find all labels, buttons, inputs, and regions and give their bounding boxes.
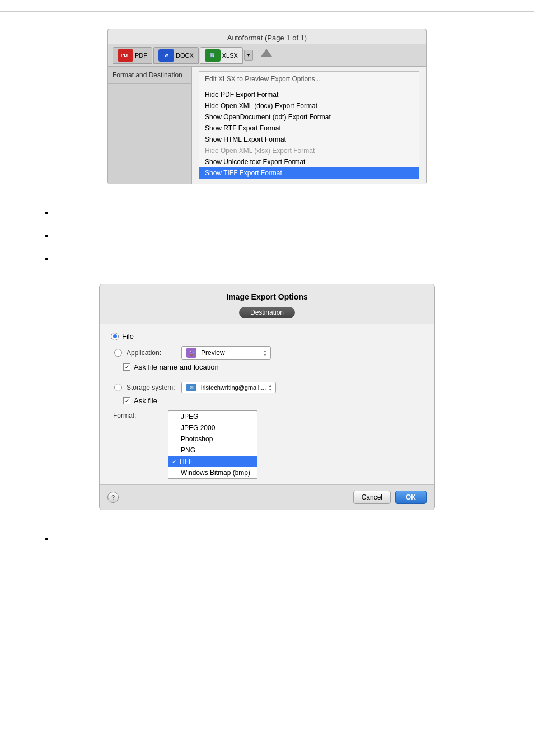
application-radio-button[interactable]: [114, 349, 122, 357]
tab-docx[interactable]: W DOCX: [153, 47, 199, 64]
top-border: [0, 11, 534, 12]
cancel-button[interactable]: Cancel: [353, 491, 391, 504]
tab-pdf-label: PDF: [135, 52, 147, 59]
application-value: Preview: [201, 349, 225, 357]
export-dropdown-menu: Edit XLSX to Preview Export Options... H…: [199, 71, 419, 179]
ask-filename-label: Ask file name and location: [134, 363, 219, 371]
export-arrow-icon: [259, 46, 274, 64]
dialog-title: Image Export Options: [100, 284, 434, 307]
pdf-icon: PDF: [118, 49, 133, 62]
list-item: •: [45, 535, 489, 544]
ok-button[interactable]: OK: [395, 491, 427, 504]
autoformat-body: Format and Destination Edit XLSX to Prev…: [108, 67, 426, 184]
separator-1: [111, 377, 423, 377]
image-export-dialog: Image Export Options Destination File Ap…: [99, 284, 435, 510]
page-container: Autoformat (Page 1 of 1) PDF PDF W DOCX …: [0, 11, 534, 564]
right-panel: Edit XLSX to Preview Export Options... H…: [192, 67, 426, 184]
tabs-dropdown-button[interactable]: ▼: [244, 50, 253, 61]
tab-xlsx[interactable]: 🔢 XLSX: [200, 47, 243, 64]
image-export-dialog-section: Image Export Options Destination File Ap…: [0, 284, 534, 510]
ask-filename-row: Ask file name and location: [111, 363, 423, 371]
bullet-dot-4: •: [45, 534, 48, 544]
ask-filename-checkbox[interactable]: [123, 363, 130, 371]
bottom-bullets-section: •: [0, 527, 534, 553]
file-radio-label: File: [122, 332, 134, 340]
format-option-photoshop[interactable]: Photoshop: [168, 433, 257, 445]
format-option-jpeg[interactable]: JPEG: [168, 411, 257, 422]
tab-xlsx-label: XLSX: [222, 52, 238, 59]
svg-marker-0: [261, 49, 272, 57]
autoformat-title: Autoformat (Page 1 of 1): [108, 29, 426, 44]
ask-file2-checkbox[interactable]: [123, 397, 130, 404]
list-item: •: [45, 255, 489, 264]
format-option-bmp[interactable]: Windows Bitmap (bmp): [168, 467, 257, 478]
list-item: •: [45, 209, 489, 218]
xlsx-icon: 🔢: [205, 49, 221, 62]
autoformat-section: Autoformat (Page 1 of 1) PDF PDF W DOCX …: [0, 29, 534, 184]
bullet-dot-3: •: [45, 254, 48, 264]
destination-tab[interactable]: Destination: [239, 307, 295, 318]
menu-item-hide-docx[interactable]: Hide Open XML (docx) Export Format: [199, 100, 419, 111]
tab-pdf[interactable]: PDF PDF: [113, 47, 152, 64]
ask-file2-row: Ask file: [111, 396, 423, 405]
storage-radio-button[interactable]: [114, 384, 122, 391]
ask-file2-label: Ask file: [134, 396, 157, 405]
menu-item-show-rtf[interactable]: Show RTF Export Format: [199, 123, 419, 134]
storage-select[interactable]: ✉ iristechwriting@gmail.... ▲ ▼: [181, 382, 276, 393]
format-label: Format:: [113, 410, 163, 419]
application-select[interactable]: 🔮 Preview ▲ ▼: [181, 346, 271, 360]
format-option-tiff[interactable]: TIFF: [168, 456, 257, 467]
dialog-footer: ? Cancel OK: [100, 484, 434, 510]
menu-item-hide-xlsx: Hide Open XML (xlsx) Export Format: [199, 145, 419, 156]
bullet-dot-2: •: [45, 231, 48, 241]
menu-item-show-html[interactable]: Show HTML Export Format: [199, 134, 419, 145]
bullet-dot-1: •: [45, 208, 48, 218]
menu-header[interactable]: Edit XLSX to Preview Export Options...: [199, 72, 419, 85]
menu-item-show-tiff[interactable]: Show TIFF Export Format: [199, 167, 419, 179]
left-panel-label: Format and Destination: [108, 67, 191, 84]
menu-divider-1: [199, 87, 419, 87]
storage-value: iristechwriting@gmail....: [201, 384, 266, 391]
storage-row: Storage system: ✉ iristechwriting@gmail.…: [111, 382, 423, 393]
stepper-up[interactable]: ▲: [263, 349, 267, 353]
application-row: Application: 🔮 Preview ▲ ▼: [111, 346, 423, 360]
format-option-jpeg2000[interactable]: JPEG 2000: [168, 422, 257, 433]
dialog-tab-bar: Destination: [100, 307, 434, 324]
menu-item-show-odt[interactable]: Show OpenDocument (odt) Export Format: [199, 111, 419, 123]
docx-icon: W: [158, 49, 174, 62]
preview-app-icon: 🔮: [186, 348, 196, 358]
storage-label: Storage system:: [127, 384, 177, 391]
autoformat-panel: Autoformat (Page 1 of 1) PDF PDF W DOCX …: [107, 29, 427, 184]
application-stepper[interactable]: ▲ ▼: [263, 349, 267, 357]
storage-stepper-up[interactable]: ▲: [268, 384, 272, 388]
bullets-section: • • •: [0, 201, 534, 273]
format-dropdown[interactable]: JPEG JPEG 2000 Photoshop PNG TIFF Window…: [168, 410, 257, 479]
email-icon: ✉: [186, 384, 196, 391]
menu-item-hide-pdf[interactable]: Hide PDF Export Format: [199, 89, 419, 100]
footer-buttons: Cancel OK: [353, 491, 427, 504]
file-radio-row: File: [111, 332, 423, 340]
format-row: Format: JPEG JPEG 2000 Photoshop PNG TIF…: [111, 410, 423, 479]
bottom-border: [0, 564, 534, 564]
tab-docx-label: DOCX: [176, 52, 194, 59]
dialog-content: File Application: 🔮 Preview ▲ ▼: [100, 324, 434, 484]
left-panel: Format and Destination: [108, 67, 192, 184]
storage-stepper[interactable]: ▲ ▼: [268, 384, 272, 391]
help-button[interactable]: ?: [107, 492, 119, 503]
list-item: •: [45, 232, 489, 241]
storage-stepper-down[interactable]: ▼: [268, 388, 272, 391]
file-radio-button[interactable]: [111, 333, 119, 340]
stepper-down[interactable]: ▼: [263, 353, 267, 357]
autoformat-toolbar: PDF PDF W DOCX 🔢 XLSX ▼: [108, 44, 426, 67]
menu-item-show-unicode[interactable]: Show Unicode text Export Format: [199, 156, 419, 167]
format-option-png[interactable]: PNG: [168, 445, 257, 456]
application-label: Application:: [127, 349, 177, 357]
